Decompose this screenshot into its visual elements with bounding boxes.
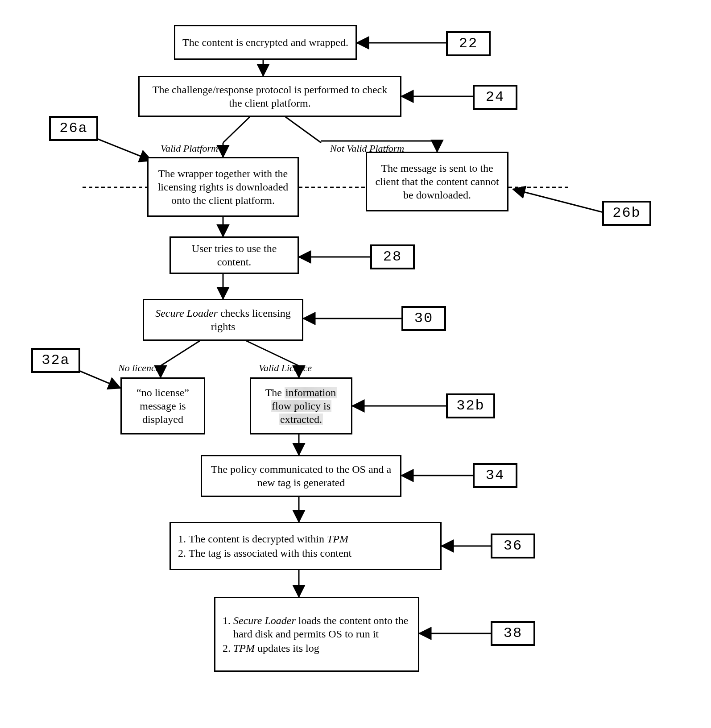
step-download-wrapper: The wrapper together with the licensing … [147, 157, 299, 217]
step-text: User tries to use the content. [176, 242, 292, 269]
ref-32b: 32b [446, 393, 495, 418]
svg-line-17 [513, 189, 607, 213]
ref-28: 28 [370, 244, 415, 269]
shaded-word: information [285, 387, 337, 398]
em-tpm: TPM [327, 533, 348, 545]
ref-26b: 26b [602, 201, 651, 226]
list-item: TPM updates its log [233, 641, 413, 655]
step-text: The content is encrypted and wrapped. [182, 36, 348, 49]
text-pre: The [265, 387, 285, 398]
ref-26a: 26a [49, 116, 98, 141]
step-text: The information flow policy is extracted… [265, 386, 337, 426]
shaded-word: extracted. [279, 414, 323, 425]
edge-valid-licence: Valid Licence [259, 362, 312, 374]
list-item: The tag is associated with this content [189, 546, 351, 560]
step-text: The message is sent to the client that t… [372, 161, 502, 202]
step-cannot-download: The message is sent to the client that t… [366, 152, 508, 211]
step-load-run: Secure Loader loads the content onto the… [214, 597, 419, 672]
text-tail: checks licensing rights [211, 307, 291, 332]
text: The tag is associated with this content [189, 547, 351, 559]
ref-34: 34 [473, 463, 517, 488]
svg-line-16 [91, 136, 152, 161]
step-text: The challenge/response protocol is perfo… [145, 83, 395, 110]
ref-30: 30 [401, 306, 446, 331]
step-list: Secure Loader loads the content onto the… [221, 613, 413, 656]
em-secure-loader: Secure Loader [233, 615, 296, 626]
ref-22: 22 [446, 31, 491, 56]
edge-no-licence: No licence [118, 362, 160, 374]
step-encrypt-wrap: The content is encrypted and wrapped. [174, 25, 357, 60]
step-policy-to-os: The policy communicated to the OS and a … [201, 455, 401, 497]
ref-36: 36 [491, 534, 535, 558]
ref-24: 24 [473, 85, 517, 110]
text-tail: updates its log [255, 642, 319, 654]
ref-32a: 32a [31, 348, 80, 373]
list-item: The content is decrypted within TPM [189, 532, 351, 546]
em-tpm: TPM [233, 642, 255, 654]
step-policy-extracted: The information flow policy is extracted… [250, 377, 352, 434]
text-pre: The content is decrypted within [189, 533, 327, 545]
step-text: The wrapper together with the licensing … [154, 167, 292, 207]
step-challenge-response: The challenge/response protocol is perfo… [138, 76, 401, 117]
step-decrypt-tag: The content is decrypted within TPM The … [169, 522, 442, 570]
em-secure-loader: Secure Loader [155, 307, 218, 319]
svg-line-20 [76, 369, 120, 388]
list-item: Secure Loader loads the content onto the… [233, 614, 413, 641]
step-text: The policy communicated to the OS and a … [207, 463, 395, 489]
step-user-tries: User tries to use the content. [169, 236, 299, 274]
step-list: The content is decrypted within TPM The … [176, 531, 351, 561]
step-secure-loader-check: Secure Loader checks licensing rights [143, 299, 303, 341]
edge-valid-platform: Valid Platform [161, 143, 218, 154]
step-text: “no license” message is displayed [127, 386, 198, 426]
ref-38: 38 [491, 621, 535, 646]
step-no-license-msg: “no license” message is displayed [120, 377, 205, 434]
shaded-word: flow policy is [271, 400, 331, 412]
step-text: Secure Loader checks licensing rights [149, 306, 297, 333]
